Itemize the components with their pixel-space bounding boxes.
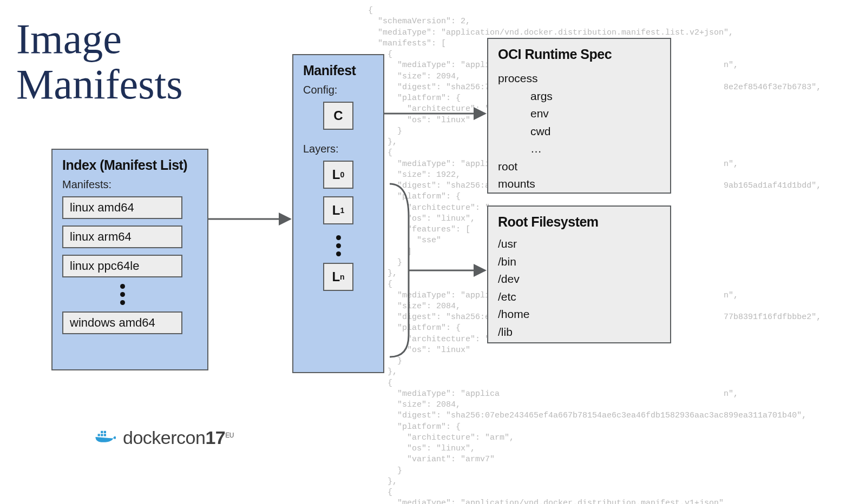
slide-title: Image Manifests (16, 16, 183, 107)
spec-line: process (498, 70, 660, 88)
layers-label: Layers: (303, 143, 373, 155)
manifest-chip: windows amd64 (62, 311, 182, 334)
manifest-chip: linux ppc64le (62, 255, 182, 277)
rootfs-line: /lib (498, 323, 660, 341)
svg-rect-5 (104, 434, 106, 436)
rootfs-line: /home (498, 306, 660, 323)
svg-rect-4 (101, 434, 103, 436)
manifest-chip: linux amd64 (62, 196, 182, 219)
manifest-chip: linux arm64 (62, 226, 182, 248)
dockercon-logo: dockercon17EU (95, 427, 234, 448)
index-box-subtitle: Manifests: (62, 178, 198, 191)
spec-line: … (498, 140, 660, 158)
ellipsis-dots (62, 284, 182, 305)
layer-chip: Ln (323, 263, 353, 291)
oci-box-title: OCI Runtime Spec (498, 47, 660, 62)
config-label: Config: (303, 84, 373, 96)
rootfs-line: /usr (498, 235, 660, 253)
config-chip: C (323, 102, 353, 130)
title-line-2: Manifests (16, 61, 183, 108)
spec-line: env (498, 105, 660, 123)
svg-rect-7 (104, 430, 106, 433)
spec-line: root (498, 158, 660, 176)
manifest-box-title: Manifest (303, 63, 373, 78)
rootfs-line: /etc (498, 288, 660, 306)
logo-text: dockercon17EU (123, 427, 234, 448)
index-box-title: Index (Manifest List) (62, 157, 198, 173)
svg-rect-3 (98, 434, 100, 436)
spec-line: args (498, 88, 660, 105)
root-filesystem-box: Root Filesystem /usr /bin /dev /etc /hom… (487, 205, 671, 343)
layer-chip: L0 (323, 161, 353, 189)
spec-line: mounts (498, 175, 660, 193)
rootfs-line: /dev (498, 270, 660, 288)
ellipsis-dots (336, 235, 341, 256)
rootfs-box-title: Root Filesystem (498, 214, 660, 230)
index-manifest-list-box: Index (Manifest List) Manifests: linux a… (51, 149, 208, 370)
svg-rect-6 (101, 430, 103, 433)
spec-line: cwd (498, 123, 660, 141)
oci-runtime-spec-box: OCI Runtime Spec process args env cwd … … (487, 38, 671, 194)
rootfs-line: /bin (498, 253, 660, 271)
title-line-1: Image (16, 15, 122, 62)
manifest-box: Manifest Config: C Layers: L0 L1 Ln (292, 54, 384, 373)
whale-icon (95, 429, 117, 447)
layer-chip: L1 (323, 196, 353, 224)
